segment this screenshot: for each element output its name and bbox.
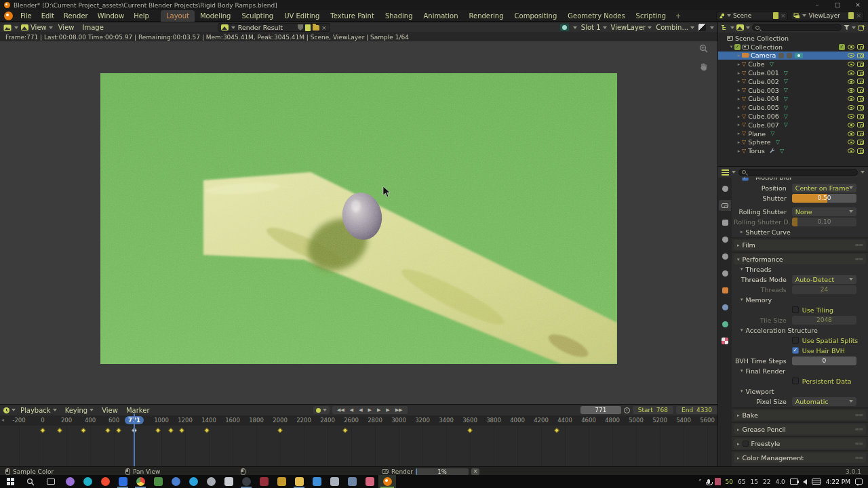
disclosure-icon[interactable]: ▸	[736, 70, 742, 76]
timeline-tracks[interactable]	[0, 426, 717, 466]
properties-tab-material[interactable]	[719, 336, 731, 346]
disclosure-icon[interactable]: ▸	[736, 79, 742, 84]
disable-in-renders-camera-icon[interactable]	[857, 44, 864, 49]
use-spatial-splits-checkbox[interactable]	[792, 337, 799, 344]
disclosure-icon[interactable]: ▸	[736, 140, 742, 145]
hide-in-viewport-eye-icon[interactable]	[848, 53, 854, 58]
jump-to-end-button[interactable]: ▶▶	[393, 407, 406, 413]
disclosure-icon[interactable]: ▸	[736, 148, 742, 154]
properties-tab-scene[interactable]	[719, 251, 731, 262]
disclosure-icon[interactable]: ▸	[736, 87, 742, 93]
taskbar-app-steam[interactable]	[167, 475, 184, 488]
unlink-scene-icon[interactable]: ×	[781, 12, 786, 19]
frame-start-field[interactable]: Start768	[633, 406, 673, 414]
blender-logo-icon[interactable]	[4, 12, 13, 20]
film-panel[interactable]: ▸Film≡≡	[734, 240, 866, 250]
taskbar-app-edge[interactable]	[79, 475, 96, 488]
display-channels-icon[interactable]	[698, 24, 706, 31]
properties-tab-object[interactable]	[719, 285, 731, 296]
drag-handle-icon[interactable]: ≡≡	[855, 242, 863, 248]
properties-tab-modifiers[interactable]	[719, 302, 731, 312]
taskbar-app-blue[interactable]	[114, 475, 132, 488]
viewport-subpanel[interactable]: ▾Viewport	[734, 386, 866, 396]
minimize-button[interactable]: –	[807, 0, 827, 10]
outliner-row-cube-005[interactable]: ▸▽Cube.005▽	[718, 103, 868, 112]
taskbar-app-gray-doc-2[interactable]	[326, 475, 343, 488]
hide-in-viewport-eye-icon[interactable]	[848, 105, 854, 110]
workspace-tab-shading[interactable]: Shading	[380, 10, 418, 22]
taskbar-app-firefox[interactable]	[96, 475, 114, 488]
drag-handle-icon[interactable]: ≡≡	[855, 441, 863, 447]
disable-in-renders-camera-icon[interactable]	[857, 140, 864, 145]
outliner-display-mode-icon[interactable]	[721, 24, 728, 30]
workspace-tab-rendering[interactable]: Rendering	[463, 10, 509, 22]
disclosure-icon[interactable]: ▸	[736, 62, 742, 67]
workspace-tab-layout[interactable]: Layout	[161, 10, 195, 22]
properties-tab-output[interactable]	[719, 217, 731, 228]
memory-subpanel[interactable]: ▾Memory	[734, 295, 866, 304]
outliner-row-cube-004[interactable]: ▸▽Cube.004▽	[718, 95, 868, 104]
hide-in-viewport-eye-icon[interactable]	[848, 131, 854, 136]
pixel-size-dropdown[interactable]: Automatic	[792, 397, 856, 406]
keyframe-diamond[interactable]	[277, 428, 283, 433]
collection-enable-checkbox[interactable]: ✓	[839, 44, 845, 50]
jump-to-start-button[interactable]: ◀◀	[334, 407, 347, 413]
bvh-time-steps-field[interactable]: 0	[792, 357, 856, 365]
taskbar-app-gray-sphere[interactable]	[202, 475, 220, 488]
disable-in-renders-camera-icon[interactable]	[857, 114, 864, 119]
notifications-icon[interactable]	[855, 479, 863, 485]
render-slot-icon[interactable]	[560, 24, 569, 31]
drag-handle-icon[interactable]: ≡≡	[855, 455, 863, 461]
menu-render[interactable]: Render	[59, 10, 93, 22]
motion-blur-checkbox[interactable]: ✓	[742, 178, 749, 181]
play-button[interactable]: ▶	[366, 407, 374, 413]
next-keyframe-button[interactable]: ▶	[383, 407, 392, 413]
disable-in-renders-camera-icon[interactable]	[857, 96, 864, 102]
taskbar-app-pink[interactable]	[361, 475, 378, 488]
taskbar-app-dark-ring[interactable]	[237, 475, 255, 488]
taskbar-app-chrome[interactable]	[132, 475, 149, 488]
menu-file[interactable]: File	[16, 10, 37, 22]
timeline-editor-type-icon[interactable]	[3, 407, 10, 414]
maximize-button[interactable]: □	[827, 0, 848, 10]
tray-app-icon[interactable]	[715, 478, 721, 485]
speaker-icon[interactable]	[803, 479, 807, 485]
hide-in-viewport-eye-icon[interactable]	[848, 79, 854, 84]
pan-hand-gizmo-icon[interactable]	[699, 61, 708, 74]
hide-in-viewport-eye-icon[interactable]	[848, 62, 854, 66]
rolling-shutter-dropdown[interactable]: None	[792, 207, 856, 216]
task-view-icon[interactable]	[41, 475, 61, 488]
disable-in-renders-camera-icon[interactable]	[857, 148, 864, 154]
workspace-tab-animation[interactable]: Animation	[418, 10, 464, 22]
disclosure-icon[interactable]: ▸	[736, 96, 742, 102]
keyframe-diamond[interactable]	[56, 428, 62, 433]
hide-in-viewport-eye-icon[interactable]	[848, 45, 854, 49]
acceleration-structure-subpanel[interactable]: ▾Acceleration Structure	[734, 325, 866, 335]
outliner-row-cube-006[interactable]: ▸▽Cube.006▽	[718, 112, 868, 121]
image-browse-icon[interactable]	[221, 24, 229, 30]
viewlayer-selector[interactable]: ViewLayer ×	[791, 12, 864, 20]
disable-in-renders-camera-icon[interactable]	[857, 53, 864, 58]
keyframe-diamond[interactable]	[116, 428, 121, 433]
add-workspace-button[interactable]: +	[671, 10, 685, 22]
workspace-tab-modeling[interactable]: Modeling	[195, 10, 237, 22]
freestyle-checkbox[interactable]	[743, 441, 749, 447]
hide-in-viewport-eye-icon[interactable]	[848, 123, 854, 127]
use-hair-bvh-checkbox[interactable]: ✓	[792, 347, 799, 354]
tray-expand-icon[interactable]: ⌃	[698, 479, 703, 485]
color-management-panel[interactable]: ▸Color Management≡≡	[734, 453, 866, 463]
taskbar-app-photos[interactable]	[308, 475, 326, 488]
properties-tab-render[interactable]	[719, 200, 731, 211]
outliner-search-input[interactable]	[752, 24, 842, 31]
workspace-tab-scripting[interactable]: Scripting	[631, 10, 671, 22]
properties-options-icon[interactable]	[861, 171, 865, 174]
properties-tab-world[interactable]	[719, 268, 731, 279]
disclosure-icon[interactable]: ▸	[736, 122, 742, 127]
keyframe-diamond[interactable]	[40, 428, 45, 433]
hide-in-viewport-eye-icon[interactable]	[848, 140, 854, 144]
drag-handle-icon[interactable]: ≡≡	[855, 426, 863, 432]
close-button[interactable]: ×	[848, 0, 868, 10]
menu-window[interactable]: Window	[93, 10, 129, 22]
image-datablock-selector[interactable]: Render Result ×	[218, 23, 330, 32]
outliner-row-cube-007[interactable]: ▸▽Cube.007▽	[718, 121, 868, 129]
